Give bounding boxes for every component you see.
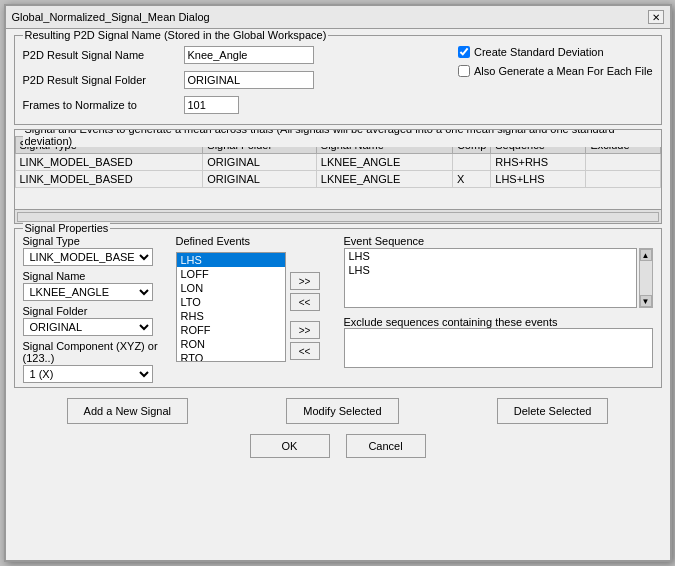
signal-folder-group: Signal Folder ORIGINAL	[23, 305, 168, 336]
p2d-folder-input[interactable]	[184, 71, 314, 89]
frames-label: Frames to Normalize to	[23, 99, 178, 111]
close-button[interactable]: ✕	[648, 10, 664, 24]
right-panel: Event Sequence LHSLHS ▲ ▼ Exclude sequen…	[344, 235, 653, 383]
exclude-label: Exclude sequences containing these event…	[344, 316, 653, 328]
exclude-group: Exclude sequences containing these event…	[344, 316, 653, 368]
scroll-down-arrow[interactable]: ▼	[640, 295, 652, 307]
delete-selected-button[interactable]: Delete Selected	[497, 398, 609, 424]
defined-event-item[interactable]: LOFF	[177, 267, 285, 281]
signal-name-select[interactable]: LKNEE_ANGLE	[23, 283, 153, 301]
dialog-title: Global_Normalized_Signal_Mean Dialog	[12, 11, 210, 23]
defined-event-item[interactable]: LHS	[177, 253, 285, 267]
scroll-up-arrow[interactable]: ▲	[640, 249, 652, 261]
also-mean-label: Also Generate a Mean For Each File	[474, 65, 653, 77]
top-right: Create Standard Deviation Also Generate …	[458, 46, 653, 118]
signal-type-label: Signal Type	[23, 235, 168, 247]
left-fields: P2D Result Signal Name P2D Result Signal…	[23, 46, 314, 118]
defined-event-item[interactable]: RON	[177, 337, 285, 351]
signal-table-label: Signal and Events to generate a mean acr…	[23, 129, 661, 147]
defined-event-item[interactable]: LTO	[177, 295, 285, 309]
event-sequence-list[interactable]: LHSLHS	[344, 248, 637, 308]
create-std-label: Create Standard Deviation	[474, 46, 604, 58]
main-dialog: Global_Normalized_Signal_Mean Dialog ✕ R…	[4, 4, 672, 562]
p2d-folder-row: P2D Result Signal Folder	[23, 71, 314, 89]
defined-events-list[interactable]: LHSLOFFLONLTORHSROFFRONRTO	[176, 252, 286, 362]
signal-properties-section: Signal Properties Signal Type LINK_MODEL…	[14, 228, 662, 388]
create-std-row: Create Standard Deviation	[458, 46, 653, 58]
signal-component-label: Signal Component (XYZ) or (123..)	[23, 340, 168, 364]
defined-events-label: Defined Events	[176, 235, 336, 247]
add-event-button[interactable]: >>	[290, 272, 320, 290]
signal-type-select[interactable]: LINK_MODEL_BASED	[23, 248, 153, 266]
horizontal-scrollbar[interactable]	[15, 209, 661, 223]
signal-component-group: Signal Component (XYZ) or (123..) 1 (X)	[23, 340, 168, 383]
also-mean-checkbox[interactable]	[458, 65, 470, 77]
p2d-result-input[interactable]	[184, 46, 314, 64]
event-sequence-scroll: LHSLHS ▲ ▼	[344, 248, 653, 308]
p2d-result-row: P2D Result Signal Name	[23, 46, 314, 64]
title-bar: Global_Normalized_Signal_Mean Dialog ✕	[6, 6, 670, 29]
signal-name-label: Signal Name	[23, 270, 168, 282]
exclude-box[interactable]	[344, 328, 653, 368]
create-std-checkbox[interactable]	[458, 46, 470, 58]
ok-button[interactable]: OK	[250, 434, 330, 458]
defined-event-item[interactable]: ROFF	[177, 323, 285, 337]
footer-buttons: Add a New Signal Modify Selected Delete …	[14, 392, 662, 430]
event-sequence-item: LHS	[345, 263, 636, 277]
event-sequence-label: Event Sequence	[344, 235, 653, 247]
signal-table-section: Signal and Events to generate a mean acr…	[14, 129, 662, 224]
signal-folder-label: Signal Folder	[23, 305, 168, 317]
event-sequence-group: Event Sequence LHSLHS ▲ ▼	[344, 235, 653, 308]
cancel-button[interactable]: Cancel	[346, 434, 426, 458]
signal-component-select[interactable]: 1 (X)	[23, 365, 153, 383]
dialog-body: Resulting P2D Signal Name (Stored in the…	[6, 29, 670, 560]
signal-folder-select[interactable]: ORIGINAL	[23, 318, 153, 336]
signal-type-group: Signal Type LINK_MODEL_BASED	[23, 235, 168, 266]
top-section-label: Resulting P2D Signal Name (Stored in the…	[23, 29, 329, 41]
event-sequence-scrollbar[interactable]: ▲ ▼	[639, 248, 653, 308]
defined-event-item[interactable]: RTO	[177, 351, 285, 362]
table-body: LINK_MODEL_BASEDORIGINALLKNEE_ANGLERHS+R…	[15, 154, 660, 188]
scrollbar-track[interactable]	[17, 212, 659, 222]
left-panel: Signal Type LINK_MODEL_BASED Signal Name…	[23, 235, 168, 383]
add-event2-button[interactable]: >>	[290, 321, 320, 339]
table-row[interactable]: LINK_MODEL_BASEDORIGINALLKNEE_ANGLEXLHS+…	[15, 171, 660, 188]
remove-event-button[interactable]: <<	[290, 293, 320, 311]
event-sequence-item: LHS	[345, 249, 636, 263]
signal-name-group: Signal Name LKNEE_ANGLE	[23, 270, 168, 301]
add-signal-button[interactable]: Add a New Signal	[67, 398, 188, 424]
table-row[interactable]: LINK_MODEL_BASEDORIGINALLKNEE_ANGLERHS+R…	[15, 154, 660, 171]
frames-row: Frames to Normalize to	[23, 96, 314, 114]
top-section: Resulting P2D Signal Name (Stored in the…	[14, 35, 662, 125]
modify-selected-button[interactable]: Modify Selected	[286, 398, 398, 424]
p2d-folder-label: P2D Result Signal Folder	[23, 74, 178, 86]
signal-properties-label: Signal Properties	[23, 222, 111, 234]
ok-cancel-row: OK Cancel	[14, 434, 662, 466]
defined-event-item[interactable]: LON	[177, 281, 285, 295]
defined-event-item[interactable]: RHS	[177, 309, 285, 323]
p2d-result-label: P2D Result Signal Name	[23, 49, 178, 61]
also-mean-row: Also Generate a Mean For Each File	[458, 65, 653, 77]
middle-panel: Defined Events LHSLOFFLONLTORHSROFFRONRT…	[176, 235, 336, 383]
remove-event2-button[interactable]: <<	[290, 342, 320, 360]
frames-input[interactable]	[184, 96, 239, 114]
